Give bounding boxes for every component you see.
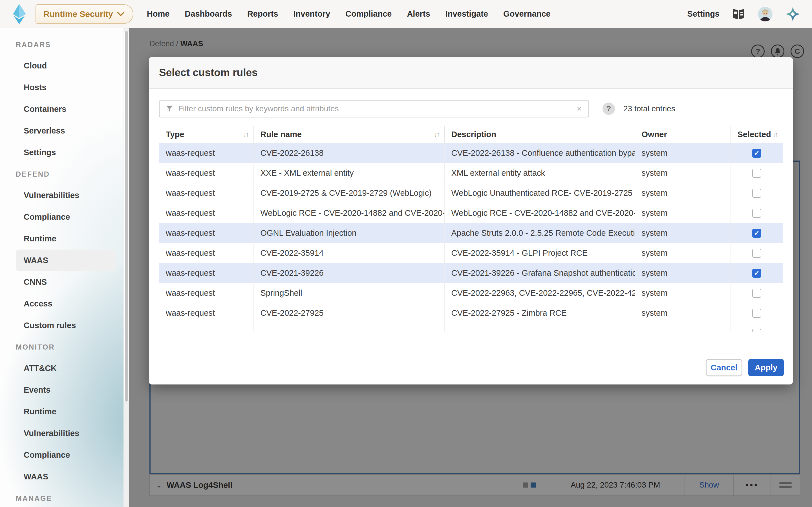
rule-name-cell: CVE-2022-26138 [253, 143, 444, 163]
sidebar-section-manage: MANAGE [0, 488, 129, 507]
nav-item-alerts[interactable]: Alerts [407, 9, 430, 18]
rule-type-cell: waas-request [159, 283, 253, 303]
sidebar-item-vulnerabilities[interactable]: Vulnerabilities [0, 184, 129, 206]
sort-arrows-icon[interactable]: ↓↑ [434, 130, 439, 138]
rule-description-cell: CVE-2022-27925 - Zimbra RCE [444, 303, 635, 323]
rule-type-cell: waas-request [159, 263, 253, 283]
sidebar-item-cloud[interactable]: Cloud [0, 55, 129, 76]
custom-rules-table: Type↓↑Rule name↓↑DescriptionOwnerSelecte… [159, 126, 783, 332]
rule-owner-cell: system [635, 203, 730, 223]
custom-rule-row[interactable]: waas-requestWebLogic RCE - CVE-2020-1488… [159, 203, 783, 223]
select-custom-rules-modal: Select custom rules × ? 23 total entries [149, 57, 793, 385]
compute-logo-icon[interactable] [10, 3, 28, 25]
custom-rule-row[interactable]: waas-requestCVE-2022-26138CVE-2022-26138… [159, 143, 783, 163]
nav-item-dashboards[interactable]: Dashboards [185, 9, 232, 18]
rule-selected-cell: ✓ [730, 223, 783, 243]
sidebar-item-cnns[interactable]: CNNS [0, 271, 129, 293]
rules-col-description[interactable]: Description [444, 126, 635, 143]
rule-type-cell: waas-request [159, 203, 253, 223]
sidebar-item-runtime[interactable]: Runtime [0, 228, 129, 249]
rule-type-cell: waas-request [159, 223, 253, 243]
product-switcher[interactable]: Runtime Security [36, 4, 133, 24]
rule-owner-cell: system [635, 163, 730, 183]
sidebar-item-waas[interactable]: WAAS [16, 249, 116, 271]
docs-book-icon[interactable] [732, 8, 746, 20]
modal-title: Select custom rules [159, 67, 258, 78]
rule-type-cell: waas-request [159, 243, 253, 263]
sidebar-item-runtime[interactable]: Runtime [0, 401, 129, 422]
rule-selected-cell: ✓ [730, 263, 783, 283]
rule-description-cell: XML external entity attack [444, 163, 635, 183]
rules-col-type[interactable]: Type↓↑ [159, 126, 253, 143]
modal-header: Select custom rules [149, 57, 793, 89]
sidebar-item-hosts[interactable]: Hosts [0, 76, 129, 98]
rule-checkbox[interactable] [752, 289, 761, 298]
custom-rule-row[interactable]: waas-requestCVE-2021-39226CVE-2021-39226… [159, 263, 783, 283]
sort-arrows-icon[interactable]: ↓↑ [772, 130, 777, 138]
rule-checkbox[interactable] [752, 249, 761, 258]
empty-cell [444, 323, 635, 332]
rule-checkbox[interactable] [752, 309, 761, 318]
nav-item-governance[interactable]: Governance [503, 9, 551, 18]
nav-settings[interactable]: Settings [688, 9, 719, 18]
rules-col-rule-name[interactable]: Rule name↓↑ [253, 126, 444, 143]
sidebar-scrollbar-thumb[interactable] [124, 31, 129, 402]
sidebar-section-defend: DEFEND [0, 163, 129, 184]
custom-rule-row[interactable]: waas-requestCVE-2019-2725 & CVE-2019-272… [159, 183, 783, 203]
user-avatar[interactable] [758, 7, 772, 21]
sidebar-item-containers[interactable]: Containers [0, 98, 129, 120]
sidebar-item-custom-rules[interactable]: Custom rules [0, 315, 129, 336]
rule-owner-cell: system [635, 143, 730, 163]
nav-item-reports[interactable]: Reports [247, 9, 278, 18]
sidebar-item-att-ck[interactable]: ATT&CK [0, 357, 129, 379]
custom-rule-row-clipped [159, 323, 783, 332]
sidebar-item-access[interactable]: Access [0, 293, 129, 315]
nav-item-investigate[interactable]: Investigate [446, 9, 488, 18]
main-menu: HomeDashboardsReportsInventoryCompliance… [147, 9, 551, 18]
total-entries: 23 total entries [623, 104, 675, 113]
sidebar-item-compliance[interactable]: Compliance [0, 444, 129, 466]
sidebar-item-settings[interactable]: Settings [0, 142, 129, 163]
custom-rule-row[interactable]: waas-requestCVE-2022-27925CVE-2022-27925… [159, 303, 783, 323]
rule-checkbox[interactable] [752, 209, 761, 218]
rule-checkbox[interactable]: ✓ [752, 229, 761, 238]
rule-name-cell: XXE - XML external entity [253, 163, 444, 183]
rule-owner-cell: system [635, 283, 730, 303]
rule-checkbox[interactable] [752, 329, 761, 332]
custom-rule-row[interactable]: waas-requestXXE - XML external entityXML… [159, 163, 783, 183]
custom-rule-row[interactable]: waas-requestSpringShellCVE-2022-22963, C… [159, 283, 783, 303]
rule-checkbox[interactable] [752, 169, 761, 178]
nav-item-inventory[interactable]: Inventory [294, 9, 331, 18]
custom-rule-row[interactable]: waas-requestOGNL Evaluation InjectionApa… [159, 223, 783, 243]
rule-selected-cell: ✓ [730, 143, 783, 163]
apply-button[interactable]: Apply [748, 359, 784, 376]
rule-checkbox[interactable]: ✓ [752, 149, 761, 158]
nav-item-home[interactable]: Home [147, 9, 170, 18]
custom-rule-row[interactable]: waas-requestCVE-2022-35914CVE-2022-35914… [159, 243, 783, 263]
rule-selected-cell [730, 283, 783, 303]
rule-selected-cell [730, 183, 783, 203]
rules-col-owner[interactable]: Owner [635, 126, 730, 143]
prisma-cloud-logo-icon[interactable] [785, 6, 801, 22]
rules-col-selected[interactable]: Selected↓↑ [730, 126, 783, 143]
sidebar-section-monitor: MONITOR [0, 336, 129, 357]
filter-funnel-icon [165, 105, 174, 113]
sidebar-item-vulnerabilities[interactable]: Vulnerabilities [0, 422, 129, 444]
product-name: Runtime Security [43, 9, 113, 19]
rule-description-cell: CVE-2022-35914 - GLPI Project RCE [444, 243, 635, 263]
rule-checkbox[interactable]: ✓ [752, 269, 761, 278]
filter-help-icon[interactable]: ? [603, 103, 615, 115]
sidebar-item-serverless[interactable]: Serverless [0, 120, 129, 142]
cancel-button[interactable]: Cancel [706, 359, 742, 376]
clear-filter-icon[interactable]: × [575, 104, 583, 114]
rule-checkbox[interactable] [752, 189, 761, 198]
nav-item-compliance[interactable]: Compliance [345, 9, 392, 18]
sidebar-item-compliance[interactable]: Compliance [0, 206, 129, 228]
sidebar-scrollbar[interactable] [123, 28, 129, 507]
sidebar-item-events[interactable]: Events [0, 379, 129, 401]
rules-table-container: Type↓↑Rule name↓↑DescriptionOwnerSelecte… [159, 126, 783, 332]
sidebar-item-waas[interactable]: WAAS [0, 466, 129, 488]
sort-arrows-icon[interactable]: ↓↑ [243, 130, 248, 138]
filter-input[interactable] [178, 104, 571, 113]
rule-owner-cell: system [635, 303, 730, 323]
